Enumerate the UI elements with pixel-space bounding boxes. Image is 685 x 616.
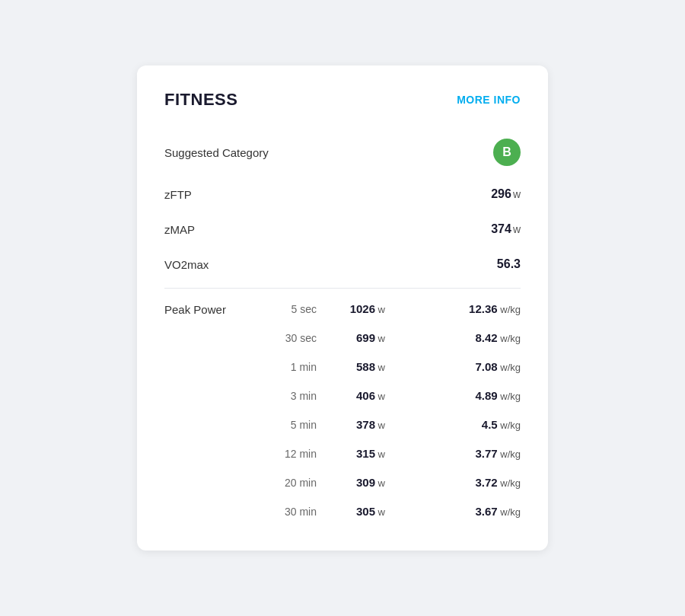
fitness-card: FITNESS MORE INFO Suggested Category B z… [137,65,548,551]
peak-wkg: 7.08 w/kg [385,360,521,374]
peak-power-row: Peak Power5 sec1026 w12.36 w/kg [164,295,521,324]
peak-power-row: 30 sec699 w8.42 w/kg [164,324,521,353]
peak-wkg-value: 3.67 [475,505,497,518]
peak-time: 5 sec [263,303,317,315]
watts-unit: w [375,304,385,315]
peak-watts: 406 w [317,389,385,403]
peak-watts: 588 w [317,360,385,374]
zmap-row: zMAP 374 w [164,212,521,247]
wkg-unit: w/kg [498,506,521,518]
peak-watts-value: 699 [356,331,375,344]
peak-time: 12 min [263,448,317,460]
peak-wkg-value: 8.42 [475,331,497,344]
watts-unit: w [375,420,385,431]
category-badge: B [493,139,521,166]
peak-wkg: 3.77 w/kg [385,447,521,461]
peak-wkg-value: 12.36 [469,302,498,315]
card-header: FITNESS MORE INFO [164,90,521,110]
suggested-category-label: Suggested Category [164,146,269,159]
peak-wkg: 3.67 w/kg [385,505,521,519]
peak-watts-value: 309 [356,476,375,489]
peak-wkg-value: 7.08 [475,360,497,373]
peak-wkg-value: 4.89 [475,389,497,402]
watts-unit: w [375,506,385,518]
peak-power-row: 1 min588 w7.08 w/kg [164,353,521,381]
zftp-unit: w [513,188,521,200]
zftp-value: 296 w [491,187,521,201]
more-info-link[interactable]: MORE INFO [457,94,521,106]
watts-unit: w [375,333,385,344]
peak-watts: 699 w [317,331,385,345]
peak-watts-value: 315 [356,447,375,460]
peak-wkg: 4.89 w/kg [385,389,521,403]
vo2max-number: 56.3 [497,257,521,271]
zmap-label: zMAP [164,223,195,236]
wkg-unit: w/kg [498,304,521,315]
peak-time: 20 min [263,477,317,489]
suggested-category-row: Suggested Category B [164,128,521,177]
peak-time: 1 min [263,361,317,373]
peak-watts-value: 588 [356,360,375,373]
peak-wkg: 4.5 w/kg [385,418,521,432]
peak-time: 5 min [263,419,317,431]
peak-wkg-value: 3.77 [475,447,497,460]
zftp-label: zFTP [164,188,192,201]
peak-time: 30 sec [263,332,317,344]
peak-power-row: 3 min406 w4.89 w/kg [164,381,521,410]
peak-watts: 305 w [317,505,385,519]
wkg-unit: w/kg [498,477,521,489]
peak-power-row: 5 min378 w4.5 w/kg [164,410,521,439]
zmap-unit: w [513,223,521,235]
peak-watts-value: 378 [356,418,375,431]
peak-wkg-value: 4.5 [482,418,498,431]
vo2max-value: 56.3 [497,257,521,271]
peak-wkg: 8.42 w/kg [385,331,521,345]
peak-watts: 378 w [317,418,385,432]
wkg-unit: w/kg [498,420,521,431]
zftp-number: 296 [491,187,511,201]
peak-time: 3 min [263,390,317,402]
peak-watts-value: 406 [356,389,375,402]
vo2max-label: VO2max [164,258,209,271]
peak-power-section: Peak Power5 sec1026 w12.36 w/kg30 sec699… [164,295,521,526]
peak-power-label: Peak Power [164,303,263,316]
peak-watts-value: 305 [356,505,375,518]
zftp-row: zFTP 296 w [164,177,521,212]
peak-watts: 315 w [317,447,385,461]
peak-time: 30 min [263,506,317,518]
wkg-unit: w/kg [498,448,521,460]
peak-watts: 309 w [317,476,385,490]
peak-watts: 1026 w [317,302,385,316]
peak-power-row: 30 min305 w3.67 w/kg [164,497,521,526]
watts-unit: w [375,448,385,460]
peak-power-row: 12 min315 w3.77 w/kg [164,439,521,468]
vo2max-row: VO2max 56.3 [164,247,521,282]
watts-unit: w [375,362,385,373]
section-divider [164,288,521,289]
zmap-number: 374 [491,222,511,236]
peak-wkg: 12.36 w/kg [385,302,521,316]
peak-watts-value: 1026 [350,302,375,315]
zmap-value: 374 w [491,222,521,236]
peak-power-row: 20 min309 w3.72 w/kg [164,468,521,497]
wkg-unit: w/kg [498,362,521,373]
peak-wkg-value: 3.72 [475,476,497,489]
watts-unit: w [375,391,385,402]
peak-wkg: 3.72 w/kg [385,476,521,490]
wkg-unit: w/kg [498,391,521,402]
watts-unit: w [375,477,385,489]
wkg-unit: w/kg [498,333,521,344]
card-title: FITNESS [164,90,237,110]
